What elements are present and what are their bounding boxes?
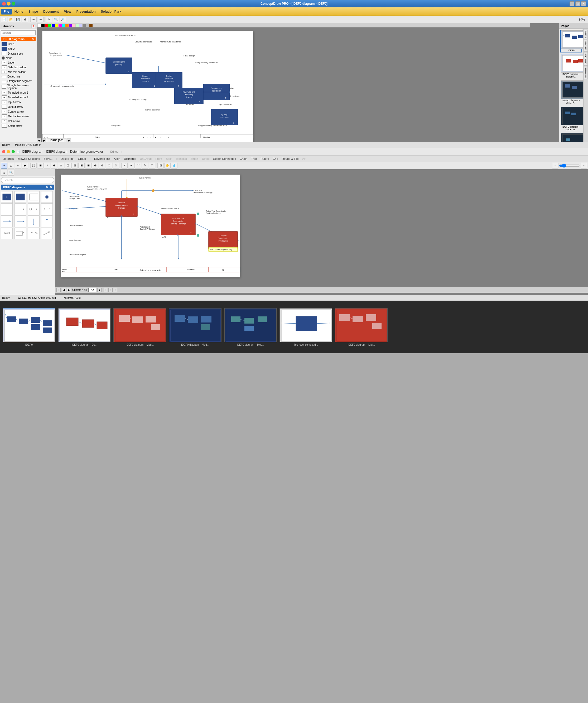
lib-item-arrow-segment[interactable]: → Straight line arrow segment	[0, 83, 37, 90]
lib-item-box2[interactable]: Box 2	[0, 47, 37, 51]
zoom-in-btn2[interactable]: +	[581, 163, 587, 168]
color-brown[interactable]	[89, 24, 93, 27]
tool-btn-8[interactable]: ⊕	[51, 163, 57, 168]
zoom-out-btn2[interactable]: −	[552, 163, 559, 168]
lib-item-tunneled-2[interactable]: ⇝ Tunneled arrow 2	[0, 95, 37, 100]
tool-btn-5[interactable]: ⬚	[30, 163, 37, 168]
print-button[interactable]: 🖨	[22, 17, 28, 22]
bottom-menu-browse[interactable]: Browse Solutions	[16, 157, 41, 160]
connector-tool-btn[interactable]: ◆	[22, 163, 28, 168]
bottom-menu-chain[interactable]: Chain	[239, 157, 248, 160]
shape-cell-box1[interactable]: 1	[1, 191, 13, 203]
tool-btn-16[interactable]: ⊙	[106, 163, 112, 168]
tool-btn-17[interactable]: ⊗	[112, 163, 119, 168]
shape-cell-call[interactable]	[41, 228, 53, 239]
line-tool-btn[interactable]: ╱	[121, 163, 128, 168]
redo-button[interactable]: ↪	[37, 17, 44, 22]
lib-item-mechanism-arrow[interactable]: ↑ Mechanism arrow	[0, 114, 37, 119]
color-red[interactable]	[45, 24, 48, 27]
text-tool-btn[interactable]: T	[149, 163, 155, 168]
tool-btn-10[interactable]: ⊡	[65, 163, 71, 168]
menu-home[interactable]: Home	[12, 9, 26, 14]
restore-button[interactable]: □	[575, 1, 580, 6]
next-page-btn[interactable]: ▶	[67, 288, 71, 292]
bottom-menu-align[interactable]: Align	[113, 157, 121, 160]
tool-btn-12[interactable]: ⊟	[78, 163, 85, 168]
pointer-tool-btn[interactable]: ↖	[1, 163, 7, 168]
tool-btn-14[interactable]: ⊛	[92, 163, 98, 168]
menu-file[interactable]: File	[1, 9, 12, 14]
side-tab-information[interactable]: Information	[584, 66, 588, 79]
shape-cell-input[interactable]	[1, 216, 13, 227]
page-thumb-idef0[interactable]: IDEF0	[560, 30, 582, 53]
view-mode-3[interactable]: ▪	[113, 288, 117, 292]
side-tab-layers[interactable]: Layers	[584, 30, 588, 39]
menu-shape[interactable]: Shape	[26, 9, 40, 14]
library-close-icon[interactable]: ✕	[32, 37, 34, 41]
tool-btn-11[interactable]: ⊠	[72, 163, 78, 168]
bottom-menu-delete[interactable]: Delete link	[60, 157, 75, 160]
shape-cell-line[interactable]	[1, 203, 13, 215]
color-black[interactable]	[41, 24, 45, 27]
lib-item-side-callout[interactable]: ▷ Side text callout	[0, 65, 37, 70]
zoom-value-input[interactable]	[88, 288, 96, 292]
bottom-menu-rotate[interactable]: Rotate & Flip	[281, 157, 300, 160]
close-button[interactable]: ✕	[581, 1, 586, 6]
save-button[interactable]: 💾	[15, 17, 21, 22]
color-magenta[interactable]	[59, 24, 62, 27]
thumb-item-maintain[interactable]: IDEF0 diagram – Mai...	[335, 308, 388, 346]
tool-btn-6[interactable]: ⊞	[37, 163, 44, 168]
color-lightblue[interactable]	[79, 24, 82, 27]
zoom-in-button[interactable]: 🔍	[53, 17, 59, 22]
shape-cell-box2[interactable]	[14, 191, 26, 203]
thumb-item-determ[interactable]: IDEF0 diagram - De...	[58, 308, 111, 346]
shape-cell-mechanism[interactable]	[41, 216, 53, 227]
thumb-item-mod1[interactable]: IDEF0 diagram – Mod...	[113, 308, 166, 346]
page-thumb-model-in[interactable]: IDEF0 diagram - Model In...	[560, 106, 582, 132]
lib-item-call-arrow[interactable]: ↗ Call arrow	[0, 119, 37, 124]
menu-document[interactable]: Document	[40, 9, 62, 14]
color-pink[interactable]	[72, 24, 75, 27]
lib-item-box1[interactable]: Box 1	[0, 42, 37, 47]
search-btn[interactable]: 🔍	[8, 170, 14, 176]
tool-btn-15[interactable]: ⊚	[99, 163, 105, 168]
lib-item-output-arrow[interactable]: → Output arrow	[0, 104, 37, 109]
lib-item-input-arrow[interactable]: → Input arrow	[0, 100, 37, 104]
lib-item-diagram-box[interactable]: Diagram box	[0, 51, 37, 56]
shape-cell-tunneled2[interactable]	[41, 203, 53, 215]
color-gray[interactable]	[83, 24, 86, 27]
play-pause-btn[interactable]: ⏸	[57, 288, 61, 292]
minimize-button[interactable]: –	[570, 1, 574, 6]
bottom-menu-rulers[interactable]: Rulers	[259, 157, 270, 160]
min-dot[interactable]	[7, 2, 11, 6]
color-silver[interactable]	[86, 24, 89, 27]
color-cyan[interactable]	[62, 24, 65, 27]
menu-presentation[interactable]: Presentation	[74, 9, 98, 14]
lib-item-label[interactable]: Lbl Label	[0, 60, 37, 65]
bottom-menu-distribute[interactable]: Distribute	[123, 157, 137, 160]
zoom-fit-btn[interactable]: ⊡	[157, 163, 164, 168]
thumb-item-mod2[interactable]: IDEF0 diagram – Mod...	[169, 308, 222, 346]
pan-btn[interactable]: ✋	[164, 163, 171, 168]
thumb-item-context[interactable]: Top-level context d...	[279, 308, 332, 346]
side-tab-behaviour[interactable]: Behaviour	[584, 40, 588, 52]
menu-solution-park[interactable]: Solution Park	[98, 9, 124, 14]
shape-cell-output[interactable]	[14, 216, 26, 227]
lib-settings-icon[interactable]: ⚙	[46, 185, 49, 189]
open-button[interactable]: 📂	[8, 17, 14, 22]
color-yellow[interactable]	[55, 24, 58, 27]
view-mode-2[interactable]: ▪	[108, 288, 112, 292]
tool-btn-9[interactable]: ⧄	[58, 163, 64, 168]
shape-cell-smart-arrow[interactable]	[28, 228, 39, 239]
shape-cell-diag-box[interactable]	[28, 191, 39, 203]
close-dot[interactable]	[2, 2, 6, 6]
arc-tool-btn[interactable]: ⌒	[135, 163, 141, 168]
curve-tool-btn[interactable]: ∿	[128, 163, 135, 168]
lib-item-tunneled-1[interactable]: ⇝ Tunneled arrow 1	[0, 90, 37, 95]
bottom-menu-tree[interactable]: Tree	[250, 157, 258, 160]
side-tab-stage-style[interactable]: Stage Style	[584, 52, 588, 66]
pencil-tool-btn[interactable]: ✎	[142, 163, 148, 168]
bottom-menu-save[interactable]: Save...	[43, 157, 54, 160]
page-thumb-determ[interactable]: IDEF0 diagram - Determ...	[560, 54, 582, 79]
zoom-out-button[interactable]: 🔎	[60, 17, 66, 22]
